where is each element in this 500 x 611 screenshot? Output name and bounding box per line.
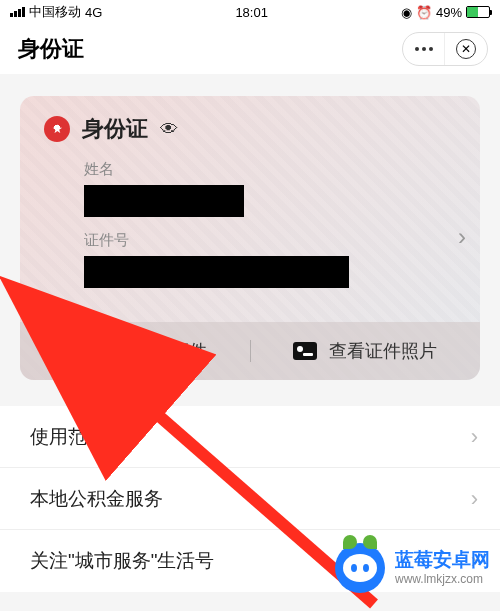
chevron-right-icon: › [471,424,478,450]
list-item-follow[interactable]: 关注"城市服务"生活号 › [0,530,500,592]
card-body: 姓名 证件号 › [20,152,480,322]
view-ecert-label: 查看电子证件 [99,339,207,363]
list-item-scope[interactable]: 使用范围 › [0,406,500,468]
card-actions: 查看电子证件 查看证件照片 [20,322,480,380]
name-value-redacted [84,185,244,217]
card-header: ★ 身份证 👁 [20,96,480,152]
card-title: 身份证 [82,114,148,144]
list-item-label: 关注"城市服务"生活号 [30,548,215,574]
view-photo-label: 查看证件照片 [329,339,437,363]
id-number-label: 证件号 [84,231,456,250]
chevron-right-icon[interactable]: › [458,223,466,251]
list-item-label: 本地公积金服务 [30,486,163,512]
page-title: 身份证 [18,34,84,64]
battery-icon [466,6,490,18]
network: 4G [85,5,102,20]
location-icon: ◉ [401,5,412,20]
eye-icon[interactable]: 👁 [160,119,178,140]
status-time: 18:01 [235,5,268,20]
status-left: 中国移动 4G [10,3,102,21]
page-header: 身份证 ✕ [0,24,500,74]
more-button[interactable] [403,33,445,65]
close-button[interactable]: ✕ [445,33,487,65]
photo-card-icon [293,339,317,363]
id-card[interactable]: ★ 身份证 👁 姓名 证件号 › 查看电子证件 查看证件照片 [20,96,480,380]
alarm-icon: ⏰ [416,5,432,20]
id-number-value-redacted [84,256,349,288]
list-item-label: 使用范围 [30,424,106,450]
close-icon: ✕ [456,39,476,59]
carrier: 中国移动 [29,3,81,21]
name-label: 姓名 [84,160,456,179]
qr-icon [63,339,87,363]
view-ecert-button[interactable]: 查看电子证件 [20,339,250,363]
list-item-housing-fund[interactable]: 本地公积金服务 › [0,468,500,530]
emblem-icon: ★ [44,116,70,142]
battery-percent: 49% [436,5,462,20]
chevron-right-icon: › [471,548,478,574]
signal-icon [10,7,25,17]
options-list: 使用范围 › 本地公积金服务 › 关注"城市服务"生活号 › [0,406,500,592]
ellipsis-icon [415,47,433,51]
status-right: ◉ ⏰ 49% [401,5,490,20]
chevron-right-icon: › [471,486,478,512]
header-actions: ✕ [402,32,488,66]
view-photo-button[interactable]: 查看证件照片 [251,339,481,363]
status-bar: 中国移动 4G 18:01 ◉ ⏰ 49% [0,0,500,24]
